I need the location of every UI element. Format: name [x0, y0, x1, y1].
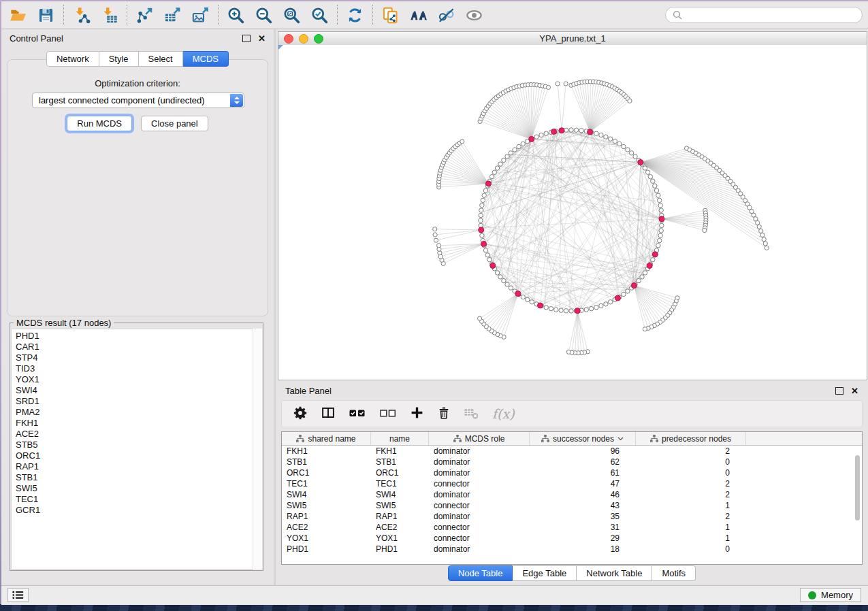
table-row[interactable]: SWI4SWI4dominator462 — [282, 489, 862, 500]
select-all-button[interactable] — [349, 406, 366, 422]
satellite-nodes[interactable] — [433, 80, 769, 355]
mcds-node-item[interactable]: SWI4 — [16, 385, 261, 396]
cell-name[interactable]: SWI4 — [371, 490, 429, 499]
tab-style[interactable]: Style — [99, 51, 139, 67]
cell-name[interactable]: YOX1 — [371, 533, 429, 543]
cell-predecessor-nodes[interactable]: 0 — [636, 457, 746, 467]
cell-shared-name[interactable]: STB1 — [282, 457, 371, 467]
delete-table-button[interactable] — [464, 406, 479, 422]
cell-shared-name[interactable]: SWI5 — [282, 501, 371, 510]
deselect-all-button[interactable] — [379, 406, 397, 422]
cell-successor-nodes[interactable]: 61 — [530, 468, 636, 478]
cell-name[interactable]: SWI5 — [371, 501, 429, 510]
cell-shared-name[interactable]: TEC1 — [282, 479, 371, 489]
split-view-button[interactable] — [321, 406, 336, 422]
cell-mcds-role[interactable]: dominator — [429, 446, 530, 456]
cell-predecessor-nodes[interactable]: 0 — [636, 468, 746, 478]
mcds-node-item[interactable]: STB5 — [16, 440, 261, 450]
cell-name[interactable]: ACE2 — [371, 523, 429, 532]
close-panel-icon[interactable]: ✕ — [258, 34, 266, 43]
mcds-node-item[interactable]: PMA2 — [16, 407, 261, 418]
mcds-node-item[interactable]: ORC1 — [16, 450, 261, 461]
mcds-node-item[interactable]: PHD1 — [16, 331, 261, 342]
table-row[interactable]: STB1STB1dominator620 — [282, 457, 862, 467]
cell-shared-name[interactable]: ACE2 — [282, 523, 371, 532]
mcds-node-item[interactable]: CAR1 — [16, 342, 261, 352]
tab-motifs[interactable]: Motifs — [652, 565, 696, 581]
mcds-list-scrollbar[interactable] — [253, 329, 262, 569]
export-image-button[interactable] — [187, 3, 214, 27]
mcds-node-item[interactable]: TID3 — [16, 363, 261, 374]
close-panel-button[interactable]: Close panel — [141, 116, 208, 131]
cell-mcds-role[interactable]: dominator — [429, 512, 530, 521]
cell-predecessor-nodes[interactable]: 1 — [636, 523, 746, 532]
tab-network[interactable]: Network — [46, 51, 99, 67]
cell-mcds-role[interactable]: connector — [429, 523, 530, 532]
cell-successor-nodes[interactable]: 96 — [530, 446, 636, 456]
cell-successor-nodes[interactable]: 43 — [530, 501, 636, 510]
export-table-button[interactable] — [159, 3, 187, 27]
mcds-node-item[interactable]: STB1 — [16, 472, 261, 483]
mcds-node-item[interactable]: TEC1 — [16, 494, 261, 505]
cell-shared-name[interactable]: YOX1 — [282, 533, 371, 543]
first-neighbors-button[interactable] — [404, 3, 432, 27]
network-canvas[interactable] — [278, 45, 867, 380]
run-mcds-button[interactable]: Run MCDS — [67, 116, 132, 131]
tab-select[interactable]: Select — [139, 51, 183, 67]
mcds-node-item[interactable]: STP4 — [16, 352, 261, 363]
cell-predecessor-nodes[interactable]: 1 — [636, 501, 746, 510]
cell-successor-nodes[interactable]: 18 — [530, 544, 636, 554]
import-table-button[interactable] — [95, 3, 123, 27]
cell-name[interactable]: TEC1 — [371, 479, 429, 489]
zoom-in-button[interactable] — [222, 3, 250, 27]
tab-edge-table[interactable]: Edge Table — [513, 565, 577, 581]
cell-name[interactable]: FKH1 — [371, 446, 429, 456]
cell-name[interactable]: RAP1 — [371, 512, 429, 521]
cell-predecessor-nodes[interactable]: 1 — [636, 533, 746, 543]
column-header-predecessor-nodes[interactable]: predecessor nodes — [636, 432, 746, 445]
cell-successor-nodes[interactable]: 35 — [530, 512, 636, 521]
ndex-share-button[interactable] — [376, 3, 404, 27]
cell-mcds-role[interactable]: connector — [429, 501, 530, 510]
close-table-panel-icon[interactable]: ✕ — [851, 386, 858, 395]
mcds-node-item[interactable]: GCR1 — [16, 505, 261, 516]
search-box[interactable] — [665, 7, 863, 23]
zoom-out-button[interactable] — [250, 3, 278, 27]
cell-successor-nodes[interactable]: 31 — [530, 523, 636, 532]
cell-shared-name[interactable]: ORC1 — [282, 468, 371, 478]
column-header-MCDS-role[interactable]: MCDS role — [429, 432, 530, 445]
mcds-node-item[interactable]: SRD1 — [16, 396, 261, 407]
float-table-panel-icon[interactable] — [835, 387, 843, 395]
table-row[interactable]: TEC1TEC1connector472 — [282, 478, 862, 489]
table-row[interactable]: FKH1FKH1dominator962 — [282, 446, 862, 457]
export-network-button[interactable] — [131, 3, 159, 27]
table-row[interactable]: RAP1RAP1dominator352 — [282, 511, 862, 522]
column-header-shared-name[interactable]: shared name — [282, 432, 371, 445]
mcds-node-item[interactable]: YOX1 — [16, 374, 261, 385]
table-row[interactable]: PHD1PHD1dominator180 — [282, 544, 862, 555]
table-scrollbar[interactable] — [855, 455, 860, 521]
cell-mcds-role[interactable]: dominator — [429, 490, 530, 499]
table-row[interactable]: ACE2ACE2connector311 — [282, 522, 862, 533]
cell-successor-nodes[interactable]: 29 — [530, 533, 636, 543]
cell-predecessor-nodes[interactable]: 2 — [636, 479, 746, 489]
mcds-node-item[interactable]: SWI5 — [16, 483, 261, 494]
cell-shared-name[interactable]: SWI4 — [282, 490, 371, 499]
table-row[interactable]: YOX1YOX1connector291 — [282, 533, 862, 544]
table-row[interactable]: ORC1ORC1dominator610 — [282, 467, 862, 478]
network-graph[interactable] — [278, 45, 868, 380]
add-column-button[interactable] — [410, 406, 424, 422]
settings-button[interactable] — [293, 406, 308, 423]
cell-name[interactable]: PHD1 — [371, 544, 429, 554]
column-header-name[interactable]: name — [371, 432, 429, 445]
import-network-button[interactable] — [67, 3, 95, 27]
cell-name[interactable]: ORC1 — [371, 468, 429, 478]
cell-mcds-role[interactable]: dominator — [429, 468, 530, 478]
cell-mcds-role[interactable]: connector — [429, 533, 530, 543]
cell-predecessor-nodes[interactable]: 0 — [636, 544, 746, 554]
cell-predecessor-nodes[interactable]: 2 — [636, 512, 746, 521]
save-session-button[interactable] — [32, 3, 60, 27]
cell-successor-nodes[interactable]: 47 — [530, 479, 636, 489]
refresh-button[interactable] — [341, 3, 369, 27]
cell-successor-nodes[interactable]: 46 — [530, 490, 636, 499]
